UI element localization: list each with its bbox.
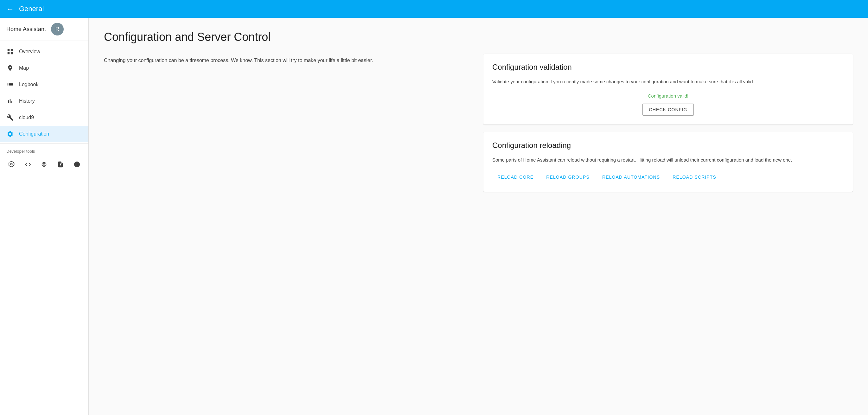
reload-scripts-button[interactable]: RELOAD SCRIPTS [668, 171, 721, 183]
gear-icon [6, 130, 14, 138]
cards-column: Configuration validation Validate your c… [484, 54, 853, 192]
reloading-card: Configuration reloading Some parts of Ho… [484, 132, 853, 192]
validation-card-action: CHECK CONFIG [492, 104, 844, 116]
sidebar-item-logbook[interactable]: Logbook [0, 76, 88, 93]
sidebar-item-label: History [19, 98, 35, 104]
reload-core-button[interactable]: RELOAD CORE [492, 171, 538, 183]
sidebar: Home Assistant R Overview Map [0, 18, 89, 415]
dev-tool-services[interactable] [56, 159, 66, 170]
list-icon [6, 81, 14, 88]
sidebar-divider [0, 143, 88, 144]
validation-card-title: Configuration validation [492, 63, 844, 72]
grid-icon [6, 48, 14, 56]
main-layout: Home Assistant R Overview Map [0, 18, 868, 415]
sidebar-item-label: Logbook [19, 82, 38, 88]
check-config-button[interactable]: CHECK CONFIG [643, 104, 694, 116]
page-title: Configuration and Server Control [104, 30, 853, 44]
reload-buttons: RELOAD CORE RELOAD GROUPS RELOAD AUTOMAT… [492, 171, 844, 183]
topbar: ← General [0, 0, 868, 18]
sidebar-item-label: Overview [19, 49, 40, 55]
sidebar-item-label: Map [19, 65, 29, 71]
sidebar-header: Home Assistant R [0, 18, 88, 41]
description-area: Changing your configuration can be a tir… [104, 54, 473, 192]
sidebar-item-map[interactable]: Map [0, 60, 88, 76]
dev-tool-template[interactable] [23, 159, 33, 170]
dev-tool-info[interactable] [72, 159, 82, 170]
reload-automations-button[interactable]: RELOAD AUTOMATIONS [597, 171, 665, 183]
person-pin-icon [6, 64, 14, 72]
content-grid: Changing your configuration can be a tir… [104, 54, 853, 192]
dev-tool-remote[interactable] [6, 159, 17, 170]
main-content: Configuration and Server Control Changin… [89, 18, 868, 415]
sidebar-item-label: cloud9 [19, 115, 34, 120]
sidebar-item-cloud9[interactable]: cloud9 [0, 109, 88, 126]
sidebar-item-configuration[interactable]: Configuration [0, 126, 88, 142]
avatar: R [51, 23, 64, 35]
sidebar-item-history[interactable]: History [0, 93, 88, 109]
topbar-title: General [19, 5, 44, 13]
bar-chart-icon [6, 97, 14, 105]
description-text: Changing your configuration can be a tir… [104, 54, 473, 65]
back-button[interactable]: ← [6, 4, 14, 13]
validation-card-description: Validate your configuration if you recen… [492, 78, 844, 86]
wrench-icon [6, 114, 14, 121]
reloading-card-title: Configuration reloading [492, 141, 844, 150]
dev-tool-states[interactable] [39, 159, 50, 170]
app-title: Home Assistant [6, 26, 46, 33]
developer-tools-row [0, 155, 88, 174]
developer-tools-label: Developer tools [0, 145, 88, 155]
validation-card: Configuration validation Validate your c… [484, 54, 853, 125]
reload-groups-button[interactable]: RELOAD GROUPS [541, 171, 595, 183]
sidebar-item-overview[interactable]: Overview [0, 43, 88, 60]
sidebar-item-label: Configuration [19, 131, 49, 137]
sidebar-nav: Overview Map Logbook Histo [0, 41, 88, 415]
reloading-card-description: Some parts of Home Assistant can reload … [492, 156, 844, 164]
validation-status: Configuration valid! [492, 93, 844, 98]
